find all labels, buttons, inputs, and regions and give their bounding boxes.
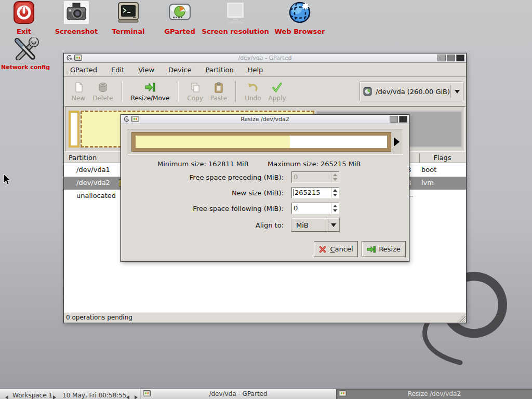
- main-window-titlebar[interactable]: /dev/vda - GParted: [64, 54, 466, 63]
- align-to-combobox[interactable]: MiB: [291, 218, 339, 232]
- partition-resize-inner: [136, 136, 387, 148]
- paste-button[interactable]: Paste: [207, 78, 231, 104]
- menu-device[interactable]: Device: [168, 66, 191, 74]
- monitor-icon: [222, 1, 248, 24]
- undo-button[interactable]: Undo: [241, 78, 264, 104]
- resize-move-button[interactable]: Resize/Move: [127, 78, 174, 104]
- desktop-icon-network-config[interactable]: Network config: [1, 36, 50, 71]
- new-size-spinbox[interactable]: 265215: [291, 187, 339, 198]
- gparted-disk-icon: [168, 1, 192, 24]
- undo-icon: [247, 82, 259, 93]
- copy-button[interactable]: Copy: [183, 78, 206, 104]
- maximize-button[interactable]: [447, 55, 455, 61]
- desktop-icon-web-browser[interactable]: Web Browser: [269, 1, 330, 35]
- desktop-icon-label: Network config: [1, 64, 50, 71]
- column-header-partition[interactable]: Partition: [69, 154, 97, 162]
- resize-drag-handle-icon[interactable]: [394, 137, 400, 147]
- menu-view[interactable]: View: [138, 66, 154, 74]
- desktop-icon-label: Terminal: [109, 28, 148, 35]
- delete-partition-icon: [97, 82, 109, 93]
- titlebar-icons: [121, 116, 139, 123]
- delete-button[interactable]: Delete: [89, 78, 116, 104]
- arrow-right-icon: [135, 395, 138, 399]
- task-next-button[interactable]: [135, 392, 138, 399]
- device-disk-icon: [363, 87, 373, 96]
- maximum-size-label: Maximum size: 265215 MiB: [268, 160, 361, 168]
- terminal-icon: [117, 1, 140, 24]
- chevron-down-icon: [455, 90, 460, 94]
- maximize-button[interactable]: [390, 116, 398, 123]
- menubar: GParted Edit View Device Partition Help: [64, 63, 466, 77]
- desktop-icon-label: Web Browser: [269, 28, 330, 35]
- free-space-following-spinbox[interactable]: 0: [291, 203, 339, 214]
- resize-grip[interactable]: [457, 314, 466, 322]
- toolbar-separator: [235, 81, 236, 102]
- text-cursor: [294, 189, 294, 196]
- menu-partition[interactable]: Partition: [206, 66, 234, 74]
- mouse-cursor: [3, 174, 11, 185]
- cancel-button[interactable]: Cancel: [314, 241, 358, 257]
- spin-arrows[interactable]: [331, 172, 339, 182]
- desktop: Exit Screenshot Terminal: [0, 0, 532, 399]
- desktop-icon-screen-resolution[interactable]: Screen resolution: [201, 1, 270, 35]
- status-text: 0 operations pending: [66, 314, 132, 321]
- dialog-titlebar[interactable]: Resize /dev/vda2: [121, 115, 409, 124]
- camera-icon: [64, 1, 89, 24]
- disk-visual-vda1[interactable]: [69, 111, 79, 148]
- combo-dropdown[interactable]: [328, 219, 339, 231]
- field-free-space-preceding: Free space preceding (MiB): 0: [121, 171, 409, 184]
- spin-up-icon[interactable]: [333, 189, 337, 192]
- workspace-prev-button[interactable]: [5, 392, 8, 399]
- task-prev-button[interactable]: [126, 392, 129, 399]
- close-button[interactable]: [456, 55, 464, 61]
- workspace-label: Workspace 1: [12, 390, 52, 399]
- device-dropdown[interactable]: [450, 85, 460, 98]
- debian-swirl-icon: [66, 55, 73, 61]
- arrow-left-icon: [5, 395, 8, 399]
- close-button[interactable]: [399, 116, 407, 123]
- spin-down-icon[interactable]: [333, 178, 337, 181]
- cancel-x-icon: [318, 245, 327, 254]
- toolbar-separator: [122, 81, 123, 102]
- column-header-flags[interactable]: Flags: [419, 154, 466, 162]
- field-free-space-following: Free space following (MiB): 0: [121, 203, 409, 215]
- partition-resize-frame[interactable]: [131, 132, 391, 152]
- spin-up-icon[interactable]: [333, 174, 337, 176]
- desktop-icon-terminal[interactable]: Terminal: [109, 1, 148, 35]
- spin-up-icon[interactable]: [333, 205, 337, 207]
- device-selector[interactable]: /dev/vda (260.00 GiB): [360, 82, 463, 101]
- taskbar-task-resize-dialog[interactable]: Resize /dev/vda2: [336, 389, 532, 399]
- new-partition-icon: [73, 82, 84, 93]
- desktop-icon-label: Screenshot: [53, 28, 100, 35]
- arrow-left-icon: [126, 395, 129, 399]
- free-space-preceding-spinbox[interactable]: 0: [291, 171, 339, 183]
- field-new-size: New size (MiB): 265215: [121, 187, 409, 200]
- apply-button[interactable]: Apply: [265, 78, 290, 104]
- resize-button[interactable]: Resize: [362, 241, 406, 257]
- desktop-icon-gparted[interactable]: GParted: [159, 1, 201, 35]
- menu-edit[interactable]: Edit: [111, 66, 124, 74]
- gparted-window-icon: [74, 55, 82, 61]
- spin-down-icon[interactable]: [333, 194, 337, 196]
- dialog-window-buttons: [390, 116, 407, 123]
- paste-icon: [213, 82, 224, 93]
- copy-icon: [190, 82, 201, 93]
- menu-gparted[interactable]: GParted: [70, 66, 97, 74]
- desktop-icon-screenshot[interactable]: Screenshot: [53, 1, 100, 35]
- toolbar: New Delete Resize/Move: [64, 77, 466, 107]
- desktop-icon-exit[interactable]: Exit: [8, 1, 39, 35]
- desktop-icon-label: Exit: [8, 28, 39, 35]
- resize-arrow-icon: [367, 245, 376, 254]
- workspace-next-button[interactable]: [53, 392, 56, 399]
- crossed-tools-icon: [12, 36, 39, 60]
- debian-swirl-icon: [123, 116, 130, 123]
- new-button[interactable]: New: [68, 78, 89, 104]
- main-window-title: /dev/vda - GParted: [64, 55, 466, 61]
- toolbar-separator: [178, 81, 179, 102]
- spin-arrows[interactable]: [331, 188, 339, 198]
- spin-down-icon[interactable]: [333, 209, 337, 212]
- menu-help[interactable]: Help: [248, 66, 263, 74]
- spin-arrows[interactable]: [331, 203, 339, 214]
- minimize-button[interactable]: [437, 55, 446, 61]
- taskbar-task-gparted[interactable]: /dev/vda - GParted: [140, 389, 336, 399]
